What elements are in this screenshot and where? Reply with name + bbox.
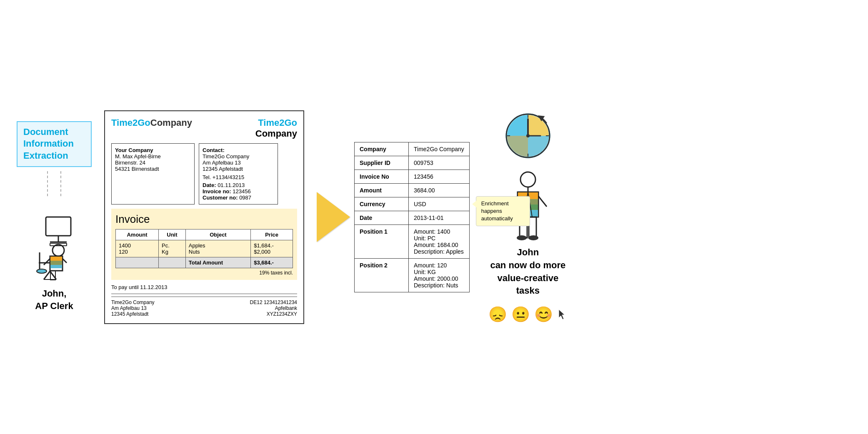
pay-until: To pay until 11.12.2013 bbox=[111, 284, 297, 290]
extracted-label: Amount bbox=[355, 183, 409, 197]
extracted-row: Invoice No123456 bbox=[355, 170, 470, 183]
contact-details: Time2Go Company Am Apfelbau 13 12345 Apf… bbox=[203, 153, 274, 172]
dashed-line-right bbox=[60, 171, 61, 196]
extracted-row: Position 1Amount: 1400 Unit: PC Amount: … bbox=[355, 224, 470, 258]
invoice-yellow-area: Invoice Amount Unit Object Price 1400 12… bbox=[111, 209, 297, 280]
extracted-row: CurrencyUSD bbox=[355, 197, 470, 211]
clock-svg bbox=[503, 111, 553, 161]
your-company-address: M. Max Apfel-Birne Birnenstr. 24 54321 B… bbox=[115, 153, 191, 172]
footer-left: Time2Go Company Am Apfelbau 13 12345 Apf… bbox=[111, 299, 155, 317]
enrichment-bubble: Enrichment happens automatically bbox=[476, 196, 530, 227]
extracted-row: CompanyTime2Go Company bbox=[355, 142, 470, 156]
neutral-emoji: 😐 bbox=[511, 306, 530, 323]
svg-point-22 bbox=[526, 134, 530, 137]
doc-info-box: Document Information Extraction bbox=[17, 121, 92, 167]
happy-emoji: 😊 bbox=[534, 306, 553, 323]
invoice-no-value: 123456 bbox=[233, 188, 250, 195]
time2go-label: Time2Go bbox=[111, 117, 150, 128]
col-amount: Amount bbox=[116, 229, 159, 240]
extracted-row: Amount3684.00 bbox=[355, 183, 470, 197]
dashed-lines bbox=[47, 171, 61, 196]
customer-no-value: 0987 bbox=[239, 195, 251, 201]
extracted-label: Invoice No bbox=[355, 170, 409, 183]
extracted-value: 123456 bbox=[409, 170, 470, 183]
person-label: John, AP Clerk bbox=[35, 287, 73, 313]
invoice-section: Time2GoCompany Time2Go Company Your Comp… bbox=[104, 110, 304, 324]
left-section: Document Information Extraction bbox=[13, 121, 96, 313]
enrichment-text: Enrichment happens automatically bbox=[481, 200, 525, 223]
extracted-value: Amount: 1400 Unit: PC Amount: 1684.00 De… bbox=[409, 224, 470, 258]
emoji-row: 😞 😐 😊 bbox=[488, 306, 567, 323]
svg-rect-11 bbox=[50, 257, 62, 261]
your-company-box: Your Company M. Max Apfel-Birne Birnenst… bbox=[111, 143, 195, 205]
col-object: Object bbox=[185, 229, 250, 240]
john-label: John can now do more value-creative task… bbox=[490, 246, 565, 297]
row1-amount: 1400 120 bbox=[116, 240, 159, 257]
arrow-section bbox=[317, 192, 350, 242]
extracted-label: Date bbox=[355, 211, 409, 224]
col-price: Price bbox=[251, 229, 293, 240]
svg-line-14 bbox=[44, 259, 50, 265]
svg-rect-13 bbox=[50, 265, 62, 268]
extracted-label: Position 2 bbox=[355, 258, 409, 292]
tel: Tel. +1134/43215 bbox=[203, 174, 274, 180]
extracted-value: USD bbox=[409, 197, 470, 211]
invoice-title: Invoice bbox=[115, 213, 293, 226]
invoice-company-name: Company bbox=[255, 128, 297, 139]
invoice-header: Time2GoCompany Time2Go Company bbox=[111, 117, 297, 139]
customer-no-label: Customer no: bbox=[203, 195, 238, 201]
extracted-value: Time2Go Company bbox=[409, 142, 470, 156]
row1-price: $1,684.- $2,000 bbox=[251, 240, 293, 257]
date-value: 01.11.2013 bbox=[218, 182, 245, 188]
table-row: 1400 120 Pc. Kg Apples Nuts $1,684.- $2,… bbox=[116, 240, 293, 257]
date-label: Date: bbox=[203, 182, 216, 188]
extracted-label: Currency bbox=[355, 197, 409, 211]
footer-right: DE12 123412341234 Apfelbank XYZ1234ZXY bbox=[250, 299, 297, 317]
invoice-no-label: Invoice no: bbox=[203, 188, 231, 195]
extracted-wrapper: CompanyTime2Go CompanySupplier ID009753I… bbox=[354, 142, 470, 292]
svg-point-9 bbox=[53, 244, 64, 256]
svg-line-35 bbox=[538, 196, 547, 207]
invoice-company-time2go: Time2Go bbox=[255, 117, 297, 128]
big-arrow bbox=[317, 192, 350, 242]
total-empty2 bbox=[159, 257, 186, 268]
extracted-label: Company bbox=[355, 142, 409, 156]
extracted-value: Amount: 120 Unit: KG Amount: 2000.00 Des… bbox=[409, 258, 470, 292]
ap-clerk-svg bbox=[27, 200, 81, 284]
extracted-value: 2013-11-01 bbox=[409, 211, 470, 224]
total-value: $3,684.- bbox=[251, 257, 293, 268]
extracted-table: CompanyTime2Go CompanySupplier ID009753I… bbox=[354, 142, 470, 292]
total-label: Total Amount bbox=[185, 257, 250, 268]
svg-rect-12 bbox=[50, 261, 62, 265]
row1-object: Apples Nuts bbox=[185, 240, 250, 257]
extracted-value: 009753 bbox=[409, 156, 470, 170]
dashed-line-left bbox=[47, 171, 48, 196]
contact-label: Contact: bbox=[203, 147, 274, 153]
clock-area bbox=[503, 111, 553, 161]
taxes-text: 19% taxes incl. bbox=[115, 270, 293, 276]
company-label: Company bbox=[150, 117, 192, 128]
svg-point-17 bbox=[37, 269, 47, 273]
extracted-row: Position 2Amount: 120 Unit: KG Amount: 2… bbox=[355, 258, 470, 292]
svg-rect-0 bbox=[46, 217, 71, 236]
cursor-icon bbox=[557, 309, 567, 320]
extracted-value: 3684.00 bbox=[409, 183, 470, 197]
total-empty1 bbox=[116, 257, 159, 268]
svg-point-39 bbox=[528, 235, 538, 240]
invoice-items-table: Amount Unit Object Price 1400 120 Pc. Kg… bbox=[115, 229, 293, 268]
svg-point-27 bbox=[520, 172, 535, 187]
your-company-label: Your Company bbox=[115, 147, 191, 153]
svg-marker-42 bbox=[559, 309, 565, 319]
col-unit: Unit bbox=[159, 229, 186, 240]
invoice-footer: Time2Go Company Am Apfelbau 13 12345 Apf… bbox=[111, 297, 297, 317]
extracted-row: Supplier ID009753 bbox=[355, 156, 470, 170]
extracted-label: Supplier ID bbox=[355, 156, 409, 170]
sad-emoji: 😞 bbox=[488, 306, 507, 323]
john-figure: John can now do more value-creative task… bbox=[490, 169, 565, 297]
table-row-total: Total Amount $3,684.- bbox=[116, 257, 293, 268]
svg-point-38 bbox=[517, 235, 527, 240]
extracted-row: Date2013-11-01 bbox=[355, 211, 470, 224]
doc-info-label: Document Information Extraction bbox=[23, 127, 74, 161]
ap-clerk-figure bbox=[27, 200, 81, 285]
contact-box: Contact: Time2Go Company Am Apfelbau 13 … bbox=[199, 143, 278, 205]
